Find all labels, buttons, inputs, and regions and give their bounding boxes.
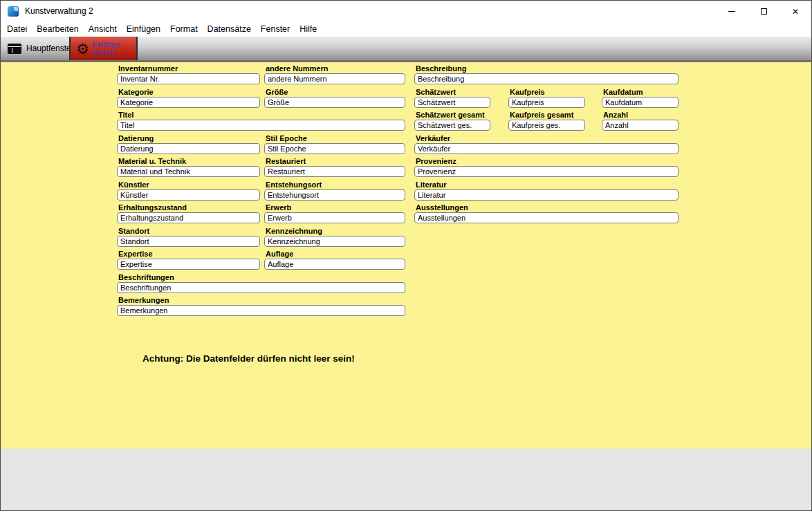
field-stil-epoche: Stil Epoche [264,134,405,154]
anzahl-input[interactable] [602,120,679,131]
field-erhaltungszustand: Erhaltungszustand [117,203,260,223]
close-button[interactable] [779,1,811,21]
maximize-icon [761,8,767,15]
field-label: Kaufdatum [603,88,679,96]
literatur-input[interactable] [414,189,679,201]
field-schaetzwert-gesamt: Schätzwert gesamt [414,111,490,131]
beschreibung-input[interactable] [414,73,679,84]
field-beschriftungen: Beschriftungen [117,273,405,293]
menu-item-bearbeiten[interactable]: Bearbeiten [32,22,83,36]
gear-icon [76,41,89,56]
field-auflage: Auflage [264,250,405,270]
datierung-input[interactable] [117,143,260,154]
andere-nummern-input[interactable] [264,73,405,84]
expertise-input[interactable] [117,259,260,270]
field-kaufdatum: Kaufdatum [602,88,679,108]
auflage-input[interactable] [264,259,405,270]
menu-item-hilfe[interactable]: Hilfe [295,22,322,36]
groesse-input[interactable] [264,97,405,108]
menu-item-format[interactable]: Format [165,22,203,36]
schaetzwert-input[interactable] [414,97,490,108]
field-label: Kaufpreis gesamt [510,111,585,119]
field-andere-nummern: andere Nummern [264,64,405,84]
warning-text: Achtung: Die Datenfelder dürfen nicht le… [142,353,355,364]
window-layout-icon [8,44,21,54]
field-label: Inventarnummer [118,64,260,73]
stil-epoche-input[interactable] [264,143,405,154]
menu-item-datei[interactable]: Datei [2,22,32,36]
titel-input[interactable] [117,120,405,131]
field-groesse: Größe [264,88,405,108]
close-icon [792,5,799,17]
kaufpreis-input[interactable] [508,97,585,108]
field-provenienz: Provenienz [414,157,679,177]
field-label: Kategorie [118,88,260,96]
field-kennzeichnung: Kennzeichnung [264,227,405,247]
toolbar-tab-feldbez-aendern[interactable]: Feldbez. ändern [71,37,136,60]
field-schaetzwert: Schätzwert [414,88,490,108]
field-label: Kaufpreis [510,88,585,96]
standort-input[interactable] [117,236,260,247]
ausstellungen-input[interactable] [414,212,679,223]
field-expertise: Expertise [117,250,260,270]
field-label: Anzahl [603,111,679,119]
kaufdatum-input[interactable] [602,97,679,108]
field-bemerkungen: Bemerkungen [117,296,405,316]
field-erwerb: Erwerb [264,203,405,223]
kennzeichnung-input[interactable] [264,236,405,247]
restauriert-input[interactable] [264,166,405,177]
toolbar-tab-hauptfenster[interactable]: Hauptfenster [1,37,69,60]
field-label: Material u. Technik [118,157,260,165]
field-label: Entstehungsort [266,180,405,189]
material-technik-input[interactable] [117,166,260,177]
field-label: Beschreibung [416,64,679,73]
erwerb-input[interactable] [264,212,405,223]
field-kuenstler: Künstler [117,180,260,201]
menu-item-einfuegen[interactable]: Einfügen [122,22,165,36]
beschriftungen-input[interactable] [117,282,405,293]
erhaltungszustand-input[interactable] [117,212,260,223]
field-kaufpreis-gesamt: Kaufpreis gesamt [508,111,585,131]
field-standort: Standort [117,227,260,247]
bemerkungen-input[interactable] [117,305,405,316]
schaetzwert-gesamt-input[interactable] [414,120,490,131]
field-label: Stil Epoche [266,134,405,142]
toolbar-separator [136,37,138,60]
field-anzahl: Anzahl [602,111,679,131]
menu-item-ansicht[interactable]: Ansicht [84,22,122,36]
kuenstler-input[interactable] [117,189,260,201]
field-label: Erwerb [266,203,405,212]
inventarnummer-input[interactable] [117,73,260,84]
verkaeufer-input[interactable] [414,143,679,154]
field-label: Titel [118,111,405,119]
field-label: Erhaltungszustand [118,203,260,212]
field-verkaeufer: Verkäufer [414,134,679,154]
menu-item-datensaetze[interactable]: Datensätze [203,22,256,36]
field-material-technik: Material u. Technik [117,157,260,177]
field-label: Expertise [118,250,260,258]
entstehungsort-input[interactable] [264,189,405,201]
field-label: Standort [118,227,260,235]
kategorie-input[interactable] [117,97,260,108]
field-entstehungsort: Entstehungsort [264,180,405,201]
field-label: andere Nummern [266,64,405,73]
provenienz-input[interactable] [414,166,679,177]
kaufpreis-gesamt-input[interactable] [508,120,585,131]
field-kaufpreis: Kaufpreis [508,88,585,108]
field-label: Datierung [118,134,260,142]
app-icon [8,6,19,17]
menu-item-fenster[interactable]: Fenster [256,22,295,36]
title-bar: Kunstverwaltung 2 [1,1,811,21]
minimize-button[interactable] [716,1,748,21]
field-label: Schätzwert [416,88,490,96]
form-area: Inventarnummer Kategorie Titel Datierung… [1,62,811,449]
field-label: Beschriftungen [118,273,405,281]
maximize-button[interactable] [748,1,779,21]
field-kategorie: Kategorie [117,88,260,108]
field-label: Provenienz [416,157,679,165]
minimize-icon [728,11,735,12]
field-inventarnummer: Inventarnummer [117,64,260,84]
field-titel: Titel [117,111,405,131]
window-title: Kunstverwaltung 2 [25,6,93,16]
field-label: Literatur [416,180,679,189]
